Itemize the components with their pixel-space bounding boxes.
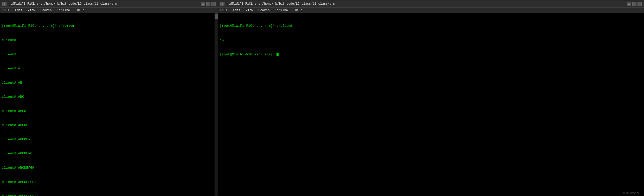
title-bar-right: ▣ hb@MiWiFi-R1CL-srv:/home/hb/bit-code/L… (218, 0, 644, 8)
terminal-line: client# AB (2, 81, 216, 85)
terminal-line: client# ABCDEFGHI (2, 180, 216, 185)
menu-bar-left: File Edit View Search Terminal Help (0, 8, 218, 13)
terminal-cursor (276, 53, 279, 56)
terminal-icon-left: ▣ (2, 2, 7, 6)
terminal-line: client# ABCD (2, 109, 216, 114)
terminal-line: client# (2, 52, 216, 57)
terminal-body-left[interactable]: [root@MiWiFi-R1CL-srv shm]# ./server cli… (0, 13, 218, 196)
menu-view-right[interactable]: View (245, 9, 254, 12)
menu-help-left[interactable]: Help (76, 9, 86, 12)
close-button-left[interactable]: ✕ (211, 2, 216, 6)
title-bar-right-section: ▣ hb@MiWiFi-R1CL-srv:/home/hb/bit-code/L… (220, 2, 335, 6)
terminal-line: client# ABCDEFGHIJ (2, 194, 216, 196)
menu-search-right[interactable]: Search (257, 9, 271, 12)
watermark: CSDN @awcfo (622, 192, 640, 195)
terminal-line-interrupt: ^C (220, 38, 642, 43)
terminal-output-right: [root@MiWiFi-R1CL-srv shm]# ./client ^C … (220, 14, 642, 66)
scrollbar-thumb-left[interactable] (215, 14, 218, 19)
menu-help-right[interactable]: Help (294, 9, 304, 12)
maximize-button-left[interactable]: □ (206, 2, 210, 6)
menu-bar-right: File Edit View Search Terminal Help (218, 8, 644, 13)
close-button-right[interactable]: ✕ (637, 2, 642, 6)
terminal-line: client# ABCDEF (2, 137, 216, 142)
window-controls-left: _ □ ✕ (201, 2, 216, 6)
terminal-output-left: [root@MiWiFi-R1CL-srv shm]# ./server cli… (2, 14, 216, 196)
maximize-button-right[interactable]: □ (632, 2, 636, 6)
terminal-line: client# ABC (2, 95, 216, 99)
minimize-button-left[interactable]: _ (201, 2, 205, 6)
title-bar-left-section: ▣ hb@MiWiFi-R1CL-srv:/home/hb/bit-code/L… (2, 2, 117, 6)
terminal-window-right: ▣ hb@MiWiFi-R1CL-srv:/home/hb/bit-code/L… (218, 0, 644, 196)
title-bar-left: ▣ hb@MiWiFi-R1CL-srv:/home/hb/bit-code/L… (0, 0, 218, 8)
terminal-line: client# (2, 38, 216, 43)
window-title-right: hb@MiWiFi-R1CL-srv:/home/hb/bit-code/L2_… (227, 2, 335, 6)
terminal-line: client# A (2, 66, 216, 71)
terminal-line: [root@MiWiFi-R1CL-srv shm]# ./server (2, 24, 216, 28)
menu-terminal-right[interactable]: Terminal (274, 9, 291, 12)
menu-edit-left[interactable]: Edit (14, 9, 24, 12)
terminal-window-left: ▣ hb@MiWiFi-R1CL-srv:/home/hb/bit-code/L… (0, 0, 218, 196)
terminal-line: client# ABCDEFG (2, 151, 216, 156)
window-title-left: hb@MiWiFi-R1CL-srv:/home/hb/bit-code/L2_… (9, 2, 117, 6)
terminal-line-prompt: [root@MiWiFi-R1CL-srv shm]# (220, 52, 642, 57)
terminal-line: client# ABCDE (2, 123, 216, 128)
window-controls-right: _ □ ✕ (627, 2, 642, 6)
minimize-button-right[interactable]: _ (627, 2, 631, 6)
terminal-body-right[interactable]: [root@MiWiFi-R1CL-srv shm]# ./client ^C … (218, 13, 644, 196)
menu-file-left[interactable]: File (1, 9, 11, 12)
terminal-line: client# ABCDEFGH (2, 166, 216, 170)
scrollbar-left[interactable] (215, 13, 218, 196)
terminal-icon-right: ▣ (220, 2, 224, 6)
menu-edit-right[interactable]: Edit (232, 9, 242, 12)
menu-view-left[interactable]: View (27, 9, 36, 12)
menu-file-right[interactable]: File (219, 9, 229, 12)
menu-search-left[interactable]: Search (39, 9, 53, 12)
menu-terminal-left[interactable]: Terminal (56, 9, 73, 12)
terminal-line-cmd: [root@MiWiFi-R1CL-srv shm]# ./client (220, 24, 642, 28)
